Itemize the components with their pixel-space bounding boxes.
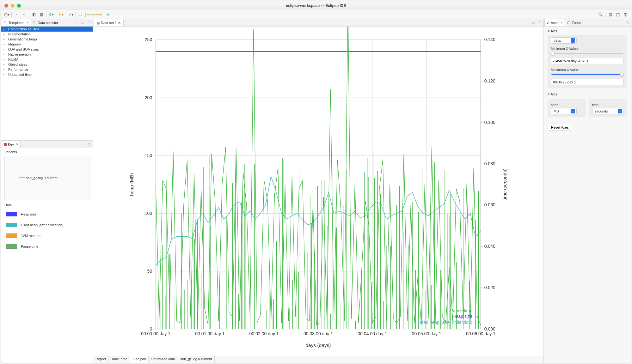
tree-item[interactable]: ▫NUMA [1, 57, 93, 62]
reset-axes-button[interactable]: Reset Axes [548, 124, 572, 131]
tree-item-label: LOA and SOA sizes [8, 47, 39, 51]
titlebar: eclipse-workspace - - Eclipse IDE [1, 1, 631, 10]
x-unit-select[interactable]: days ⌄ [551, 37, 577, 44]
tree-item-label: Native memory [8, 52, 32, 56]
svg-text:00:05:00 day 1: 00:05:00 day 1 [412, 331, 441, 336]
tab-axes-label: Axes [551, 21, 558, 25]
chart-canvas[interactable]: 0501001502002500.0000.0200.0400.0600.080… [93, 27, 543, 356]
bottom-tab[interactable]: Table data [109, 356, 130, 363]
forward-button[interactable]: ⟹▾ [95, 11, 101, 18]
chevron-down-icon: ⌄ [571, 109, 575, 113]
tree-item[interactable]: ▫Object sizes [1, 62, 93, 67]
svg-text:00:00:00 day 1: 00:00:00 day 1 [141, 331, 170, 336]
tab-zoom[interactable]: ▢ Zoom [565, 19, 583, 26]
chevron-down-icon: ⌄ [618, 109, 622, 113]
minimize-view-icon[interactable]: ▭ [80, 142, 85, 147]
maximize-editor-icon[interactable]: ▢ [537, 20, 542, 25]
new-menu-button[interactable]: ▢▾ [3, 11, 10, 18]
close-icon[interactable]: ✕ [16, 143, 18, 146]
legend-row[interactable]: Heap size [4, 209, 89, 220]
bottom-tab[interactable]: Report [93, 356, 109, 363]
tree-item[interactable]: ▫LOA and SOA sizes [1, 47, 93, 52]
tree-item[interactable]: ▫Fragmentation [1, 32, 93, 37]
perspective-button-1[interactable]: ▤ [607, 11, 614, 18]
editor-tab-label: Data set 1 [101, 21, 117, 25]
tool-button-2[interactable]: ▦ [38, 11, 45, 18]
minimize-view-icon[interactable]: ▭ [80, 20, 85, 25]
y-time-unit-select[interactable]: seconds ⌄ [592, 108, 624, 114]
template-icon: ▫ [3, 63, 7, 66]
close-icon[interactable]: ✕ [118, 21, 121, 25]
template-icon: ▫ [3, 37, 7, 41]
svg-text:Pause time —: Pause time — [450, 308, 478, 313]
save-all-button[interactable]: ▫▫ [21, 11, 28, 18]
svg-text:heap (MB): heap (MB) [129, 173, 134, 196]
tree-item[interactable]: ▫Compaction pauses [1, 27, 93, 32]
tab-data-selector[interactable]: ⬚ Data selector [31, 19, 60, 26]
svg-text:50: 50 [147, 269, 152, 274]
search-button[interactable]: 🔍 [597, 11, 604, 18]
tool-button-1[interactable]: ◧ [30, 11, 37, 18]
tree-item[interactable]: ▫Performance [1, 67, 93, 72]
min-x-label: Minimum X Value [551, 47, 624, 51]
paint-menu-button[interactable]: ✎▾ [58, 11, 64, 18]
maximize-view-icon[interactable]: ▢ [86, 20, 91, 25]
svg-text:0.120: 0.120 [484, 78, 495, 83]
back-button[interactable]: ⟸▾ [87, 11, 94, 18]
legend-row[interactable]: Pause time [4, 241, 89, 252]
tab-axes[interactable]: ↙ Axes ✕ [544, 19, 565, 26]
templates-icon: ⬚ [4, 21, 7, 25]
max-x-label: Maximum X Value [551, 68, 624, 72]
maximize-view-icon[interactable]: ▢ [624, 20, 629, 25]
bottom-tab[interactable]: solr_gc.log.0.current [178, 356, 215, 363]
svg-text:0.040: 0.040 [484, 244, 495, 249]
tree-item[interactable]: ▫Generational heap [1, 37, 93, 42]
tree-item-label: Performance [8, 68, 28, 71]
legend-row[interactable]: Used heap (after collection) [4, 220, 89, 230]
expand-menu-button[interactable]: ⤢▾ [67, 11, 74, 18]
y-heap-unit-select[interactable]: MB ⌄ [551, 108, 577, 114]
close-icon[interactable]: ✕ [560, 21, 563, 24]
save-button[interactable]: ▫ [13, 11, 20, 18]
variants-list[interactable]: solr_gc.log.0.current [4, 156, 89, 200]
svg-text:00:02:00 day 1: 00:02:00 day 1 [249, 331, 279, 336]
tree-item[interactable]: ▫Memory [1, 42, 93, 47]
min-x-input[interactable] [551, 58, 624, 64]
max-x-slider[interactable] [551, 74, 623, 75]
legend-row[interactable]: JVM restarts [4, 230, 89, 241]
svg-text:00:06:00 day 1: 00:06:00 day 1 [466, 331, 495, 336]
templates-tree[interactable]: ▫Compaction pauses▫Fragmentation▫Generat… [1, 27, 93, 140]
filter-menu-button[interactable]: ⌕▾ [77, 11, 84, 18]
view-menu-icon[interactable]: ⠇ [74, 20, 79, 25]
x-unit-value: days [554, 39, 561, 42]
svg-text:00:01:00 day 1: 00:01:00 day 1 [195, 331, 224, 336]
perspective-button-2[interactable]: ◫ [614, 11, 621, 18]
legend-swatch [6, 234, 17, 238]
maximize-view-icon[interactable]: ▢ [86, 142, 91, 147]
tree-item[interactable]: ▫Unpaused time [1, 72, 93, 77]
tab-templates[interactable]: ⬚ Templates ✕ [2, 19, 31, 26]
svg-text:00:04:00 day 1: 00:04:00 day 1 [358, 331, 387, 336]
perspective-button-3[interactable]: ◫ [622, 11, 629, 18]
data-legend-list: Heap sizeUsed heap (after collection)JVM… [1, 208, 93, 253]
key-icon [4, 143, 7, 146]
template-icon: ▫ [3, 73, 7, 76]
legend-swatch [6, 244, 17, 249]
template-icon: ▫ [3, 42, 7, 46]
max-x-input[interactable] [551, 79, 624, 85]
variants-heading: Variants [1, 148, 93, 155]
editor-tab-dataset[interactable]: ▦ Data set 1 ✕ [94, 19, 124, 26]
debug-menu-button[interactable]: ✲▾ [48, 11, 55, 18]
export-button[interactable]: ⇗ [104, 11, 111, 18]
minimize-editor-icon[interactable]: ▭ [531, 20, 536, 25]
svg-text:250: 250 [145, 37, 152, 42]
tab-key[interactable]: Key ✕ [2, 141, 21, 148]
chevron-down-icon: ⌄ [571, 38, 575, 43]
tab-zoom-label: Zoom [572, 21, 580, 25]
tree-item[interactable]: ▫Native memory [1, 52, 93, 57]
close-icon[interactable]: ✕ [26, 21, 29, 24]
template-icon: ▫ [3, 52, 7, 56]
min-x-slider[interactable] [551, 53, 623, 54]
bottom-tab[interactable]: Line plot [130, 356, 149, 363]
bottom-tab[interactable]: Structured data [149, 356, 178, 363]
